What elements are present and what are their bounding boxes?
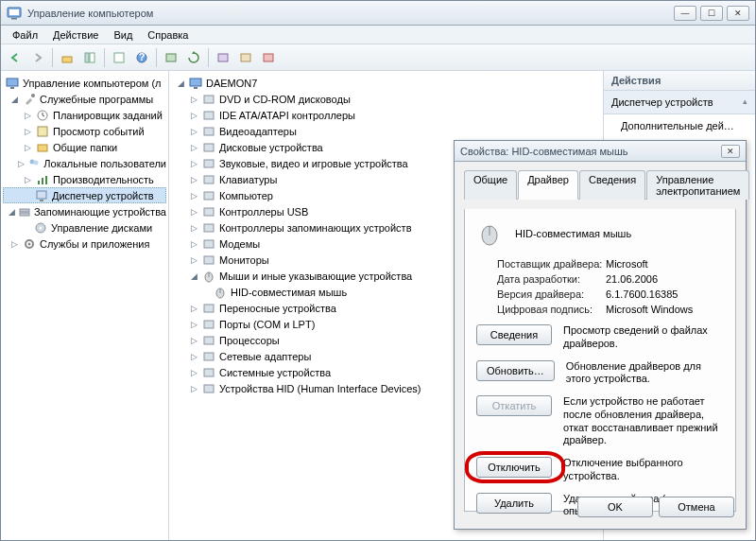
- tree-storage[interactable]: ◢Запоминающие устройства: [3, 203, 166, 219]
- device-icon: [201, 333, 216, 348]
- update-button[interactable]: Обновить…: [476, 360, 555, 381]
- svg-rect-18: [38, 145, 47, 151]
- menu-view[interactable]: Вид: [106, 27, 140, 43]
- properties-dialog: Свойства: HID-совместимая мышь ✕ Общие Д…: [454, 140, 747, 530]
- expand-icon[interactable]: ▷: [22, 110, 33, 121]
- mouse-icon: [476, 220, 503, 247]
- tab-power[interactable]: Управление электропитанием: [646, 170, 749, 200]
- expand-icon[interactable]: ▷: [188, 110, 199, 121]
- tree-label: IDE ATA/ATAPI контроллеры: [219, 110, 355, 121]
- expand-icon[interactable]: ▷: [188, 335, 199, 346]
- expand-icon[interactable]: ▷: [17, 158, 26, 169]
- extra-button-1[interactable]: [213, 47, 233, 68]
- mouse-icon: [201, 269, 216, 284]
- expand-icon[interactable]: ▷: [22, 126, 33, 137]
- rollback-button: Откатить: [476, 395, 552, 416]
- tree-disk-mgmt[interactable]: Управление дисками: [3, 219, 166, 236]
- back-button[interactable]: [5, 47, 26, 68]
- collapse-icon[interactable]: ◢: [8, 206, 16, 218]
- device-icon: [201, 365, 216, 380]
- tree-local-users[interactable]: ▷Локальные пользователи: [3, 155, 166, 171]
- svg-rect-22: [42, 178, 43, 184]
- collapse-icon[interactable]: ◢: [175, 78, 186, 89]
- expand-icon[interactable]: ▷: [188, 238, 199, 250]
- actions-sub-header[interactable]: Диспетчер устройств ▴: [604, 91, 755, 114]
- cancel-button[interactable]: Отмена: [659, 497, 734, 517]
- tree-root[interactable]: Управление компьютером (л: [3, 75, 166, 91]
- expand-icon[interactable]: ▷: [188, 303, 199, 314]
- actions-more[interactable]: Дополнительные дей…: [604, 114, 755, 137]
- device-icon: [201, 381, 216, 396]
- expand-icon[interactable]: ▷: [188, 126, 199, 137]
- device-category[interactable]: ▷DVD и CD-ROM дисководы: [171, 91, 601, 107]
- device-category[interactable]: ▷Видеоадаптеры: [171, 123, 601, 139]
- minimize-button[interactable]: —: [674, 6, 696, 21]
- expand-icon[interactable]: ▷: [188, 367, 199, 378]
- extra-button-3[interactable]: [258, 47, 279, 68]
- expand-icon[interactable]: ▷: [22, 142, 33, 153]
- window-buttons: — ☐ ✕: [674, 6, 749, 21]
- toolbar-separator: [104, 48, 105, 67]
- svg-rect-42: [204, 224, 214, 232]
- expand-icon[interactable]: ▷: [188, 319, 199, 330]
- device-category[interactable]: ▷IDE ATA/ATAPI контроллеры: [171, 107, 601, 123]
- tab-general[interactable]: Общие: [464, 170, 517, 200]
- tree-services[interactable]: ▷Службы и приложения: [3, 236, 166, 252]
- tab-details[interactable]: Сведения: [579, 170, 645, 200]
- expand-icon[interactable]: ▷: [188, 94, 199, 105]
- menu-action[interactable]: Действие: [45, 27, 106, 43]
- svg-rect-36: [204, 128, 214, 135]
- close-button[interactable]: ✕: [727, 6, 749, 21]
- tree-label: Модемы: [219, 238, 260, 250]
- details-button[interactable]: Сведения: [476, 324, 552, 345]
- properties-button[interactable]: [109, 47, 129, 68]
- tree-label: Запоминающие устройства: [34, 206, 166, 218]
- device-icon: [201, 253, 216, 268]
- svg-rect-5: [90, 53, 94, 62]
- tree-performance[interactable]: ▷Производительность: [3, 171, 166, 187]
- tab-driver[interactable]: Драйвер: [518, 170, 578, 200]
- refresh-button[interactable]: [183, 47, 204, 68]
- scan-button[interactable]: [161, 47, 181, 68]
- expand-icon[interactable]: ▷: [188, 351, 199, 362]
- collapse-icon[interactable]: ◢: [9, 94, 20, 105]
- help-button[interactable]: ?: [131, 47, 152, 68]
- tree-label: Производительность: [53, 174, 154, 185]
- svg-rect-1: [9, 9, 19, 15]
- maximize-button[interactable]: ☐: [700, 6, 723, 21]
- show-hide-tree-button[interactable]: [79, 47, 100, 68]
- device-root[interactable]: ◢ DAEMON7: [171, 75, 601, 91]
- tree-task-scheduler[interactable]: ▷Планировщик заданий: [3, 107, 166, 123]
- tree-label: Порты (COM и LPT): [219, 319, 315, 330]
- dialog-close-button[interactable]: ✕: [721, 145, 740, 158]
- expand-icon[interactable]: ▷: [188, 158, 199, 169]
- expand-icon[interactable]: ▷: [188, 383, 199, 394]
- expand-icon[interactable]: ▷: [188, 206, 199, 218]
- svg-rect-11: [241, 54, 250, 61]
- expand-icon[interactable]: ▷: [188, 174, 199, 185]
- svg-rect-27: [20, 213, 29, 216]
- svg-rect-54: [204, 385, 214, 393]
- tree-shared-folders[interactable]: ▷Общие папки: [3, 139, 166, 155]
- forward-button[interactable]: [27, 47, 48, 68]
- extra-button-2[interactable]: [235, 47, 256, 68]
- expand-icon[interactable]: ▷: [188, 254, 199, 266]
- event-icon: [35, 124, 50, 139]
- expand-icon[interactable]: ▷: [22, 174, 33, 185]
- ok-button[interactable]: OK: [577, 497, 653, 517]
- menu-help[interactable]: Справка: [140, 27, 196, 43]
- tree-device-manager[interactable]: Диспетчер устройств: [3, 187, 166, 203]
- tree-label: Звуковые, видео и игровые устройства: [219, 158, 408, 169]
- tree-sys-tools[interactable]: ◢ Служебные программы: [3, 91, 166, 107]
- disable-button[interactable]: Отключить: [476, 457, 552, 478]
- tree-event-viewer[interactable]: ▷Просмотр событий: [3, 123, 166, 139]
- collapse-icon[interactable]: ◢: [188, 270, 199, 282]
- actions-more-label: Дополнительные дей…: [621, 120, 734, 131]
- tree-label: Контроллеры USB: [219, 206, 308, 218]
- expand-icon[interactable]: ▷: [188, 142, 199, 153]
- menu-file[interactable]: Файл: [5, 27, 45, 43]
- expand-icon[interactable]: ▷: [188, 222, 199, 234]
- expand-icon[interactable]: ▷: [188, 190, 199, 201]
- expand-icon[interactable]: ▷: [9, 238, 20, 250]
- up-button[interactable]: [57, 47, 77, 68]
